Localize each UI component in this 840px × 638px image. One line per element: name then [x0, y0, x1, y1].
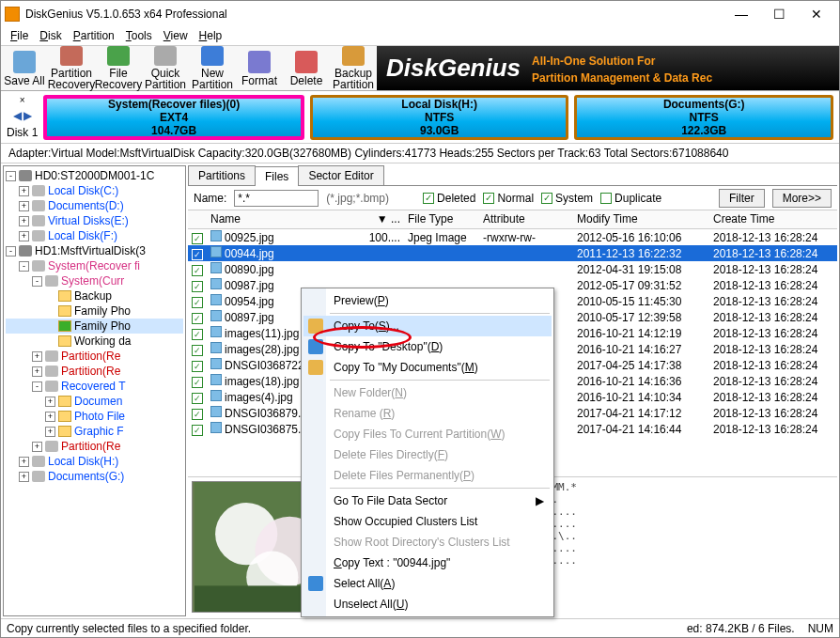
ctx-unselect-all-u[interactable]: Unselect All(U)	[303, 594, 552, 615]
row-checkbox[interactable]: ✓	[192, 281, 203, 292]
tree-node[interactable]: Family Pho	[6, 319, 183, 334]
menu-partition[interactable]: Partition	[70, 28, 118, 44]
tree-node[interactable]: +Documen	[6, 394, 183, 409]
tree-node[interactable]: +Documents(D:)	[6, 198, 183, 213]
row-checkbox[interactable]: ✓	[192, 329, 203, 340]
name-input[interactable]	[234, 190, 319, 207]
expand-icon[interactable]: +	[19, 472, 29, 482]
ctx-select-all-a[interactable]: Select All(A)	[303, 573, 552, 594]
tool-quick-partition[interactable]: Quick Partition	[142, 46, 189, 90]
tree-node[interactable]: +Graphic F	[6, 424, 183, 439]
ctx-show-occupied-clusters-list[interactable]: Show Occupied Clusters List	[303, 511, 552, 532]
tree-node[interactable]: +Photo File	[6, 409, 183, 424]
next-arrow-icon[interactable]: ▶	[23, 109, 32, 122]
file-row[interactable]: ✓00890.jpg2012-04-31 19:15:082018-12-13 …	[188, 261, 837, 277]
deleted-checkbox[interactable]: ✓Deleted	[423, 192, 475, 205]
tree-node[interactable]: -HD1:MsftVirtualDisk(3	[6, 243, 183, 258]
row-checkbox[interactable]: ✓	[192, 345, 203, 356]
file-row[interactable]: ✓00925.jpg100....Jpeg Image-rwxrw-rw-201…	[188, 229, 837, 245]
tool-save-all[interactable]: Save All	[1, 46, 48, 90]
tab-sector-editor[interactable]: Sector Editor	[298, 165, 383, 185]
prev-arrow-icon[interactable]: ◀	[13, 109, 22, 122]
tree-node[interactable]: -System(Recover fi	[6, 258, 183, 273]
ctx-preview-p[interactable]: Preview(P)	[303, 290, 552, 311]
menu-view[interactable]: View	[160, 28, 192, 44]
ctx-copy-to-my-documents-m[interactable]: Copy To "My Documents"(M)	[303, 357, 552, 378]
row-checkbox[interactable]: ✓	[192, 233, 203, 244]
tree-node[interactable]: +Local Disk(F:)	[6, 228, 183, 243]
duplicate-checkbox[interactable]: Duplicate	[600, 192, 661, 205]
tree-node[interactable]: Working da	[6, 334, 183, 349]
menu-disk[interactable]: Disk	[36, 28, 65, 44]
tool-partition-recovery[interactable]: Partition Recovery	[48, 46, 95, 90]
expand-icon[interactable]: +	[19, 216, 29, 226]
expand-icon[interactable]: +	[45, 397, 55, 407]
expand-icon[interactable]: +	[19, 457, 29, 467]
expand-icon[interactable]: +	[32, 351, 42, 362]
tab-files[interactable]: Files	[255, 166, 299, 186]
col-attr[interactable]: Attribute	[479, 210, 573, 228]
row-checkbox[interactable]: ✓	[192, 393, 203, 404]
minimize-button[interactable]: —	[723, 2, 760, 26]
tree-node[interactable]: +Virtual Disks(E:)	[6, 213, 183, 228]
tree-node[interactable]: Family Pho	[6, 303, 183, 319]
row-checkbox[interactable]: ✓	[192, 361, 203, 372]
expand-icon[interactable]: -	[19, 261, 29, 272]
tool-delete[interactable]: Delete	[283, 46, 330, 90]
partition-block[interactable]: Local Disk(H:)NTFS93.0GB	[310, 95, 569, 140]
maximize-button[interactable]: ☐	[760, 2, 798, 26]
row-checkbox[interactable]: ✓	[192, 377, 203, 388]
row-checkbox[interactable]: ✓	[192, 313, 203, 324]
ctx-copy-to-desktop-d[interactable]: Copy To "Desktop"(D)	[303, 336, 552, 357]
close-button[interactable]: ✕	[798, 2, 835, 26]
expand-icon[interactable]: -	[6, 171, 16, 181]
col-type[interactable]: File Type	[404, 210, 479, 228]
expand-icon[interactable]: +	[32, 442, 42, 452]
menu-tools[interactable]: Tools	[122, 28, 156, 44]
tree-node[interactable]: -System(Curr	[6, 273, 183, 288]
tool-format[interactable]: Format	[236, 46, 283, 90]
col-modify[interactable]: Modify Time	[573, 210, 709, 228]
tab-partitions[interactable]: Partitions	[188, 165, 256, 185]
ctx-go-to-file-data-sector[interactable]: Go To File Data Sector▶	[303, 490, 552, 511]
row-checkbox[interactable]: ✓	[192, 265, 203, 276]
tree-node[interactable]: -HD0:ST2000DM001-1C	[6, 168, 183, 183]
tool-new-partition[interactable]: New Partition	[189, 46, 236, 90]
more-button[interactable]: More>>	[772, 189, 832, 208]
menu-file[interactable]: File	[7, 28, 32, 44]
col-create[interactable]: Create Time	[709, 210, 837, 228]
tree-node[interactable]: -Recovered T	[6, 379, 183, 394]
expand-icon[interactable]: -	[32, 381, 42, 392]
row-checkbox[interactable]: ✓	[192, 297, 203, 308]
expand-icon[interactable]: +	[45, 427, 55, 437]
tree-node[interactable]: +Documents(G:)	[6, 469, 183, 484]
partition-block[interactable]: Documents(G:)NTFS122.3GB	[574, 95, 833, 140]
close-nav-icon[interactable]: ×	[20, 95, 25, 105]
ctx-copy-text-jpg[interactable]: Copy Text : "00944.jpg"	[303, 552, 552, 573]
filter-button[interactable]: Filter	[719, 189, 765, 208]
system-checkbox[interactable]: ✓System	[541, 192, 593, 205]
partition-block[interactable]: System(Recover files)(0)EXT4104.7GB	[43, 95, 304, 140]
tool-file-recovery[interactable]: File Recovery	[95, 46, 142, 90]
col-name[interactable]: Name	[207, 210, 357, 228]
tree-node[interactable]: +Partition(Re	[6, 349, 183, 364]
expand-icon[interactable]: +	[45, 412, 55, 422]
row-checkbox[interactable]: ✓	[192, 249, 203, 260]
tree-node[interactable]: +Local Disk(H:)	[6, 454, 183, 469]
tool-backup-partition[interactable]: Backup Partition	[330, 46, 377, 90]
expand-icon[interactable]: -	[6, 246, 16, 257]
ctx-copy-to-s[interactable]: Copy To(S)...	[303, 316, 552, 336]
expand-icon[interactable]: -	[32, 276, 42, 287]
expand-icon[interactable]: +	[19, 201, 29, 211]
menu-help[interactable]: Help	[195, 28, 226, 44]
file-row[interactable]: ✓00944.jpg2011-12-13 16:22:322018-12-13 …	[188, 245, 837, 261]
tree-node[interactable]: +Partition(Re	[6, 439, 183, 454]
expand-icon[interactable]: +	[32, 366, 42, 377]
row-checkbox[interactable]: ✓	[192, 409, 203, 420]
col-size[interactable]: ▼ ...	[357, 210, 404, 228]
tree-node[interactable]: +Local Disk(C:)	[6, 183, 183, 198]
tree-node[interactable]: +Partition(Re	[6, 364, 183, 379]
context-menu[interactable]: Preview(P)Copy To(S)...Copy To "Desktop"…	[301, 288, 554, 617]
normal-checkbox[interactable]: ✓Normal	[483, 192, 534, 205]
tree-node[interactable]: Backup	[6, 288, 183, 303]
